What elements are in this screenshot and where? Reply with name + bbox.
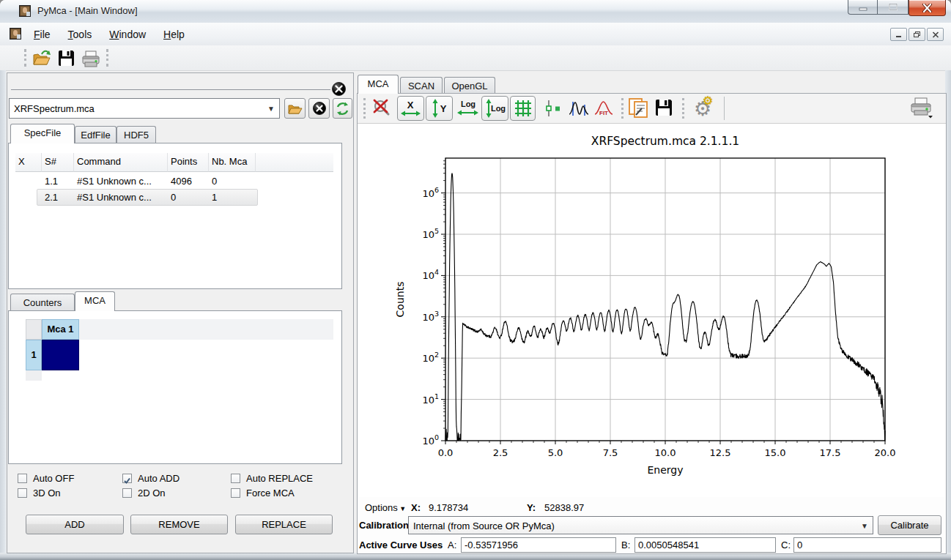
mdi-close-icon xyxy=(932,31,939,38)
tab-scan[interactable]: SCAN xyxy=(400,77,443,94)
svg-text:7.5: 7.5 xyxy=(603,447,618,458)
copy-to-clipboard-icon[interactable] xyxy=(627,97,651,120)
scan-row-1[interactable]: 1.1 #S1 Unknown c... 4096 0 xyxy=(15,173,256,190)
coef-a-field[interactable] xyxy=(461,537,616,553)
print-icon[interactable] xyxy=(81,50,101,71)
options-arrow-icon: ▼ xyxy=(398,505,406,512)
tab-counters[interactable]: Counters xyxy=(10,294,75,311)
crosshair-marker-icon[interactable] xyxy=(541,99,562,118)
tab-mca-label: MCA xyxy=(84,295,106,306)
checkbox-2d-on-label: 2D On xyxy=(138,488,166,499)
checkbox-force-mca[interactable] xyxy=(231,488,240,498)
cell-x xyxy=(15,173,42,190)
svg-text:10.0: 10.0 xyxy=(655,447,676,458)
scan-row-2[interactable]: 2.1 #S1 Unknown c... 0 1 xyxy=(15,190,256,206)
plot-toolbar-grip-2[interactable] xyxy=(621,98,626,119)
menu-file[interactable]: File xyxy=(25,25,59,44)
col-header-points[interactable]: Points xyxy=(168,153,209,172)
checkbox-2d-on[interactable] xyxy=(122,488,132,498)
zoom-reset-icon[interactable] xyxy=(371,97,393,119)
svg-text:103: 103 xyxy=(422,310,439,323)
menu-bar: File Tools Window Help xyxy=(0,23,951,46)
source-browser-panel: XRFSpectrum.mca ▼ SpecFile EdfFile xyxy=(7,72,354,553)
mca-selected-cell[interactable] xyxy=(42,340,79,370)
maximize-button[interactable] xyxy=(877,0,909,15)
menu-help[interactable]: Help xyxy=(155,25,193,44)
mdi-minimize-button[interactable] xyxy=(890,28,907,41)
checkbox-3d-on[interactable] xyxy=(18,488,27,498)
plot-panel: X Y Log xyxy=(357,93,947,554)
cursor-y-value: 52838.97 xyxy=(544,502,584,513)
mdi-restore-button[interactable] xyxy=(909,28,925,41)
plot-canvas[interactable]: 0.02.55.07.510.012.515.017.520.010010110… xyxy=(358,124,945,497)
remove-button[interactable]: REMOVE xyxy=(130,515,228,534)
options-label: Options xyxy=(365,502,398,513)
tab-mca[interactable]: MCA xyxy=(75,291,115,311)
close-button[interactable] xyxy=(909,0,946,16)
save-icon[interactable] xyxy=(57,49,75,70)
minimize-button[interactable] xyxy=(848,0,877,15)
svg-text:Energy: Energy xyxy=(647,464,683,476)
scan-table-header: X S# Command Points Nb. Mca xyxy=(15,153,333,172)
print-plot-icon[interactable] xyxy=(909,97,933,119)
calibrate-button[interactable]: Calibrate xyxy=(878,515,941,535)
title-bar: PyMca - [Main Window] xyxy=(0,0,951,23)
source-file-combobox[interactable]: XRFSpectrum.mca ▼ xyxy=(9,98,280,119)
peaks-icon[interactable] xyxy=(568,99,590,118)
window-edge-left xyxy=(0,70,6,553)
options-button[interactable]: Options ▼ xyxy=(365,502,406,513)
grid-button[interactable] xyxy=(510,96,536,121)
svg-text:FIT: FIT xyxy=(599,110,608,116)
plugins-gear-icon[interactable]: ⚙ ⚙ xyxy=(689,95,717,122)
toolbar-grip[interactable] xyxy=(24,49,29,67)
refresh-source-button[interactable] xyxy=(333,98,352,119)
tab-hdf5[interactable]: HDF5 xyxy=(116,126,156,143)
tab-opengl[interactable]: OpenGL xyxy=(444,77,495,94)
checkbox-force-mca-label: Force MCA xyxy=(246,488,295,499)
open-source-button[interactable] xyxy=(284,98,306,119)
x-log-icon[interactable]: Log xyxy=(456,98,480,119)
col-header-x[interactable]: X xyxy=(15,153,42,172)
checkbox-auto-replace[interactable] xyxy=(231,474,240,483)
mdi-close-button[interactable] xyxy=(927,28,944,41)
toolbar-grip-2[interactable] xyxy=(106,49,111,67)
checkbox-auto-add[interactable] xyxy=(122,474,132,483)
y-log-button[interactable]: Log xyxy=(481,96,508,121)
combo-arrow-icon: ▼ xyxy=(267,105,275,113)
col-header-command[interactable]: Command xyxy=(74,153,168,172)
tab-edffile[interactable]: EdfFile xyxy=(75,126,116,143)
svg-text:0.0: 0.0 xyxy=(438,447,454,458)
menu-window[interactable]: Window xyxy=(100,25,155,44)
x-autoscale-button[interactable]: X xyxy=(397,96,424,121)
calibration-combobox[interactable]: Internal (from Source OR PyMca) ▼ xyxy=(408,516,873,534)
mca-col-header[interactable]: Mca 1 xyxy=(42,319,79,340)
col-header-s[interactable]: S# xyxy=(42,153,74,172)
tab-mca-plot[interactable]: MCA xyxy=(358,75,399,94)
plot-toolbar-grip[interactable] xyxy=(363,98,368,119)
save-plot-icon[interactable] xyxy=(654,97,674,118)
plot-toolbar-grip-3[interactable] xyxy=(682,98,687,119)
cursor-y-label: Y: xyxy=(527,502,536,513)
fit-icon[interactable]: FIT xyxy=(593,99,615,118)
app-logo-icon xyxy=(19,5,31,17)
close-circle-icon xyxy=(312,101,327,116)
add-button[interactable]: ADD xyxy=(26,515,124,534)
checkbox-3d-on-label: 3D On xyxy=(33,488,61,499)
svg-text:104: 104 xyxy=(422,268,439,281)
collapsed-splitter-line[interactable] xyxy=(11,89,330,90)
cell-nbmca: 1 xyxy=(209,190,256,206)
coef-b-field[interactable] xyxy=(634,537,776,553)
col-header-nbmca[interactable]: Nb. Mca xyxy=(209,153,256,172)
close-source-top-icon[interactable] xyxy=(331,81,347,100)
tab-specfile[interactable]: SpecFile xyxy=(10,124,75,143)
menu-tools[interactable]: Tools xyxy=(59,25,101,44)
close-source-button[interactable] xyxy=(308,98,330,119)
checkbox-auto-off[interactable] xyxy=(18,474,27,483)
mca-row-header[interactable]: 1 xyxy=(26,340,42,370)
svg-text:Y: Y xyxy=(440,103,447,114)
open-file-icon[interactable] xyxy=(31,48,53,70)
y-autoscale-button[interactable]: Y xyxy=(426,96,453,121)
svg-text:5.0: 5.0 xyxy=(548,447,563,458)
replace-button[interactable]: REPLACE xyxy=(235,515,333,534)
coef-c-field[interactable] xyxy=(793,537,941,553)
